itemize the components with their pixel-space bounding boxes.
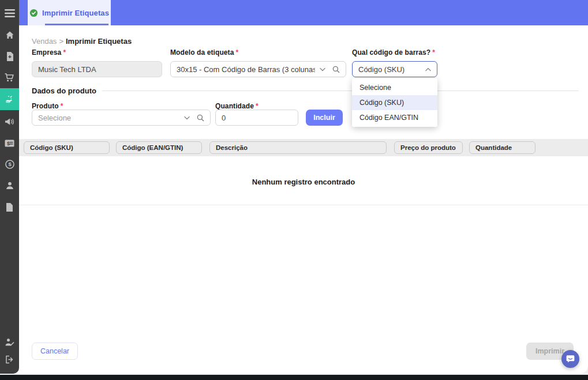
dollar-circle-icon[interactable]: $ [0,156,19,173]
barcode-select[interactable]: Código (SKU) [352,61,437,77]
money-check-icon[interactable]: $ [0,134,19,152]
cancelar-button[interactable]: Cancelar [32,343,78,360]
quantidade-field[interactable] [215,110,298,126]
app-window: Imprimir Etiquetas $ $ [0,0,588,380]
hand-care-icon[interactable] [0,88,19,110]
tab-label: Imprimir Etiquetas [42,9,109,17]
logout-icon[interactable] [0,351,19,368]
search-icon[interactable] [332,66,340,73]
tab-imprimir-etiquetas[interactable]: Imprimir Etiquetas [28,0,111,25]
required-asterisk: * [256,102,259,110]
chat-launcher-button[interactable] [561,350,579,368]
svg-text:$: $ [8,161,12,167]
dropdown-option-codigo-sku[interactable]: Código (SKU) [352,95,437,110]
product-section-header: Dados do produto [32,86,579,95]
main-content: Vendas>Imprimir Etiquetas Empresa* Model… [19,25,588,374]
user-edit-icon[interactable] [0,333,19,351]
dropdown-option-selecione[interactable]: Selecione [352,80,437,95]
chevron-down-icon[interactable] [184,116,190,120]
breadcrumb-parent[interactable]: Vendas [32,37,57,46]
breadcrumb: Vendas>Imprimir Etiquetas [32,37,132,46]
barcode-dropdown-menu: Selecione Código (SKU) Código EAN/GTIN [352,78,437,127]
chevron-up-icon[interactable] [425,67,431,72]
section-divider [102,91,579,91]
barcode-label: Qual código de barras?* [352,48,435,57]
breadcrumb-current: Imprimir Etiquetas [66,37,132,46]
produto-placeholder: Selecione [38,114,179,122]
megaphone-icon[interactable] [0,113,19,130]
produto-select[interactable]: Selecione [32,110,211,126]
svg-text:$: $ [7,140,10,146]
modelo-selected-value: 30x15 - Com Código de Barras (3 colunas) [177,65,315,74]
empresa-input[interactable] [38,65,156,74]
empty-state-message: Nenhum registro encontrado [19,178,588,186]
modelo-label: Modelo da etiqueta* [170,48,238,57]
chevron-down-icon[interactable] [320,67,325,72]
required-asterisk: * [432,48,435,57]
check-circle-icon [29,9,38,17]
barcode-selected-value: Código (SKU) [358,65,421,74]
cart-icon[interactable] [0,69,19,86]
table-header-descricao: Descrição [209,141,387,154]
table-header-quantidade: Quantidade [469,141,535,154]
incluir-button[interactable]: Incluir [306,110,343,126]
search-icon[interactable] [197,114,204,122]
table-header-codigo-sku: Código (SKU) [24,141,110,154]
quantidade-label: Quantidade* [215,102,259,110]
table-header-preco: Preço do produto [394,141,463,154]
required-asterisk: * [235,48,238,57]
file-icon[interactable] [0,198,19,216]
user-icon[interactable] [0,177,19,194]
table-header-row: Código (SKU) Código (EAN/GTIN) Descrição… [19,139,588,156]
menu-icon[interactable] [0,5,19,22]
modelo-select[interactable]: 30x15 - Com Código de Barras (3 colunas) [170,61,346,77]
bottom-system-bar [0,375,588,380]
section-title: Dados do produto [32,86,96,95]
file-plus-icon[interactable] [0,48,19,65]
tab-bar: Imprimir Etiquetas [19,0,588,25]
table-header-codigo-ean: Código (EAN/GTIN) [116,141,202,154]
produto-label: Produto* [32,102,63,110]
empresa-label: Empresa* [32,48,66,57]
chat-bubble-icon [565,354,575,364]
required-asterisk: * [63,48,66,57]
sidebar: $ $ [0,0,19,374]
dropdown-option-codigo-ean-gtin[interactable]: Código EAN/GTIN [352,110,437,125]
tab-active-underline [45,24,108,25]
home-icon[interactable] [0,27,19,44]
empresa-field[interactable] [32,61,162,77]
quantidade-input[interactable] [222,114,292,122]
table-row-divider [19,205,588,205]
breadcrumb-separator: > [59,37,63,46]
required-asterisk: * [61,102,63,110]
